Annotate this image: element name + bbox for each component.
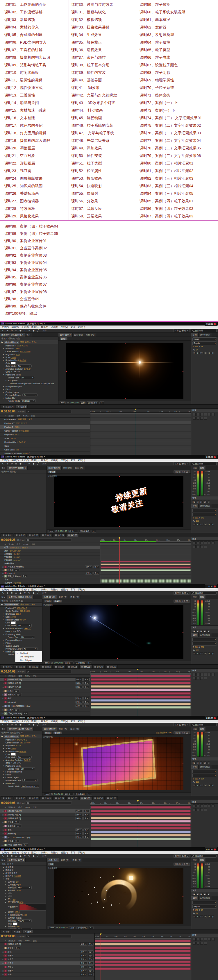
comp-tab[interactable]: 素材: (无) bbox=[62, 466, 73, 470]
tool-icon[interactable]: ✎ bbox=[28, 855, 31, 858]
twirl-icon[interactable]: ▶ bbox=[5, 926, 7, 928]
align-button[interactable] bbox=[193, 805, 196, 807]
tab-info[interactable]: 信息 bbox=[191, 858, 199, 862]
property-row[interactable]: ▶ Animation Evolution 0x+0.0° bbox=[0, 368, 58, 370]
layer-handle[interactable] bbox=[183, 371, 183, 372]
layer-duration-bar[interactable] bbox=[91, 827, 191, 829]
layer-value[interactable]: 970.0,822.0 bbox=[19, 430, 29, 432]
layer-duration-bar[interactable] bbox=[91, 699, 191, 702]
track-row[interactable] bbox=[91, 428, 191, 431]
text-style-button[interactable]: T bbox=[193, 352, 196, 354]
layer-color-label[interactable] bbox=[4, 844, 7, 846]
text-style-button[interactable]: Ţ bbox=[211, 915, 214, 918]
text-style-button[interactable]: T bbox=[193, 523, 196, 525]
paragraph-panel-header[interactable]: 段落 bbox=[191, 409, 218, 412]
property-value[interactable]: 140.0 bbox=[11, 356, 16, 358]
align-button[interactable] bbox=[200, 673, 203, 676]
layer-row[interactable]: Center Position 970.0,822.0 bbox=[0, 429, 90, 433]
tab-info[interactable]: 信息 bbox=[191, 595, 199, 599]
paragraph-panel-header[interactable]: 段落 bbox=[191, 669, 218, 672]
timeline-tab[interactable]: 镜头03 bbox=[27, 533, 40, 537]
menu-item[interactable]: 图层(L) bbox=[32, 851, 38, 854]
comp-tab[interactable]: 合成: 镜头05 bbox=[47, 466, 62, 470]
parent-select[interactable]: 无 bbox=[88, 950, 94, 953]
text-style-button[interactable]: T bbox=[196, 523, 199, 525]
menu-item[interactable]: 文件(F) bbox=[2, 459, 9, 462]
layer-color-label[interactable] bbox=[4, 575, 7, 578]
menu-item[interactable]: 视图(V) bbox=[61, 459, 68, 462]
text-style-button[interactable]: Ţ bbox=[211, 352, 214, 354]
tool-icon[interactable]: ↻ bbox=[10, 723, 13, 726]
layer-color-label[interactable] bbox=[4, 821, 7, 823]
tab-effects-presets[interactable]: 效果和预设 bbox=[199, 765, 212, 769]
layer-handle[interactable] bbox=[117, 658, 118, 659]
resolution-select[interactable]: 完整 bbox=[80, 401, 86, 404]
viewer-timecode[interactable]: 0:00:01:23 bbox=[58, 530, 67, 532]
property-dropdown[interactable]: 2D▼ bbox=[20, 636, 35, 638]
panel-tab[interactable]: 项目 bbox=[25, 333, 32, 337]
align-button[interactable] bbox=[200, 677, 203, 680]
twirl-icon[interactable]: ▶ bbox=[3, 397, 5, 399]
layer-handle[interactable] bbox=[119, 526, 120, 527]
property-option[interactable]: ✓ Use GPU bbox=[11, 371, 21, 373]
transport-button[interactable]: ▶| bbox=[203, 630, 207, 633]
workspace-select[interactable]: 工作区: 标准▼ bbox=[173, 462, 190, 465]
track-row[interactable] bbox=[95, 960, 191, 963]
twirl-icon[interactable]: ▶ bbox=[3, 368, 5, 370]
leading-value[interactable]: 224 bbox=[201, 778, 204, 780]
tab-info[interactable]: 信息 bbox=[191, 466, 199, 470]
menu-item[interactable]: 合成(C) bbox=[22, 326, 29, 329]
property-row[interactable]: ▶ Motion Blur bbox=[0, 782, 42, 785]
layer-handle[interactable] bbox=[183, 764, 183, 764]
menu-item[interactable]: 文件(F) bbox=[2, 851, 9, 854]
tool-icon[interactable]: ⊕ bbox=[6, 462, 9, 465]
menu-item[interactable]: 文件(F) bbox=[2, 326, 9, 329]
align-button[interactable] bbox=[204, 417, 207, 420]
layer-color-label[interactable] bbox=[4, 678, 7, 681]
property-row[interactable]: ▼ Positioning Mode bbox=[0, 764, 42, 767]
layer-duration-bar[interactable] bbox=[95, 953, 191, 956]
timeline-search[interactable] bbox=[26, 935, 72, 938]
parent-select[interactable]: 无 bbox=[14, 568, 20, 571]
text-style-button[interactable]: T bbox=[196, 352, 199, 354]
layer-handle[interactable] bbox=[125, 343, 126, 344]
align-button[interactable] bbox=[204, 673, 207, 676]
transport-button[interactable]: ▶ bbox=[200, 630, 203, 633]
effect-name[interactable]: Optical Flares bbox=[4, 341, 19, 344]
align-button[interactable] bbox=[212, 541, 215, 544]
layer-value[interactable]: 重置 选项… 关于… bbox=[18, 418, 34, 421]
blend-mode-select[interactable]: 正常 bbox=[85, 565, 93, 568]
layer-row[interactable]: 4 灯光 2 无 bbox=[0, 689, 90, 693]
tool-icon[interactable]: ↖ bbox=[2, 723, 5, 726]
property-row[interactable]: Preview BG Layer 无▼ bbox=[0, 647, 42, 650]
size-over-life-graph[interactable] bbox=[19, 904, 46, 910]
menu-item[interactable]: 视图(V) bbox=[61, 851, 68, 854]
property-row[interactable]: Color bbox=[0, 753, 42, 756]
align-button[interactable] bbox=[196, 805, 199, 807]
view-layout-select[interactable]: 1... bbox=[87, 662, 92, 664]
layer-value[interactable]: 0x+0.0° bbox=[23, 452, 30, 455]
align-button[interactable] bbox=[204, 938, 207, 941]
blend-mode-select[interactable]: 正常 bbox=[75, 832, 83, 835]
layer-handle[interactable] bbox=[119, 923, 120, 924]
grid-guides-icon[interactable]: ⊞ bbox=[51, 793, 53, 795]
timeline-tab[interactable]: 镜头04 bbox=[53, 796, 66, 800]
text-style-button[interactable]: T bbox=[208, 523, 211, 525]
property-value[interactable]: 100.0 bbox=[16, 613, 21, 615]
transport-button[interactable]: |◀ bbox=[192, 501, 196, 503]
property-row[interactable]: ▶ Flicker bbox=[0, 641, 42, 644]
layer-row[interactable]: 8 [62_131126221208_1.jpg] 正常 无 bbox=[0, 704, 90, 708]
panel-tab[interactable]: 效果控件: 粒子 4 bbox=[7, 858, 25, 862]
property-row[interactable]: ▶ Foreground Layers bbox=[0, 638, 42, 641]
timeline-tab[interactable]: 镜头03 bbox=[27, 665, 40, 668]
twirl-icon[interactable]: ▶ bbox=[3, 750, 5, 752]
tool-icon[interactable]: ▭ bbox=[14, 855, 18, 858]
timeline-tab[interactable]: 光线 bbox=[23, 930, 33, 933]
camera-view-select[interactable]: 活动摄像机 bbox=[75, 662, 86, 664]
twirl-icon[interactable]: ▶ bbox=[3, 353, 5, 355]
track-row[interactable] bbox=[95, 942, 191, 946]
tab-character[interactable]: 字符 bbox=[191, 633, 199, 637]
layer-color-label[interactable] bbox=[4, 708, 7, 711]
align-button[interactable] bbox=[208, 938, 211, 941]
text-style-button[interactable]: T₁ bbox=[204, 523, 207, 525]
